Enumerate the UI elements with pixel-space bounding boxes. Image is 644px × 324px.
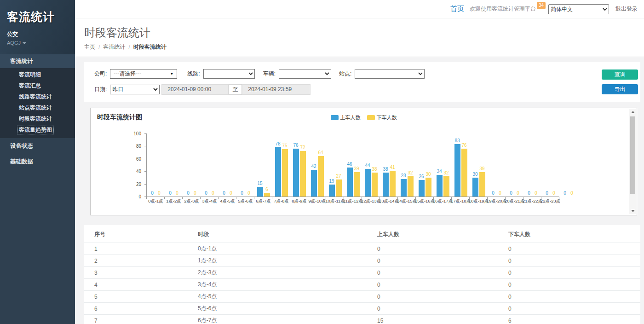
table-cell: 0点-1点 bbox=[198, 243, 377, 255]
scrollbar-thumb[interactable] bbox=[630, 116, 635, 194]
x-tick-label: 14点-15点 bbox=[397, 198, 417, 204]
table-cell: 2点-3点 bbox=[198, 267, 377, 279]
sidebar-item-base-data[interactable]: 基础数据 bbox=[0, 154, 75, 169]
bar-value-label: 44 bbox=[365, 163, 370, 168]
bar-value-label: 0 bbox=[158, 191, 161, 196]
bar-value-label: 0 bbox=[492, 191, 494, 196]
bar-value-label: 0 bbox=[151, 191, 154, 196]
x-tick-label: 6点-7点 bbox=[256, 198, 271, 204]
scrollbar-up-arrow[interactable] bbox=[629, 109, 636, 116]
chart-category: 0022点-23点 bbox=[541, 133, 559, 197]
bar[interactable] bbox=[454, 144, 460, 197]
chart-category: 443812点-13点 bbox=[362, 133, 380, 197]
sidebar-header: 客流统计 公交 AQGJ bbox=[0, 0, 75, 54]
bar[interactable] bbox=[365, 169, 371, 197]
bar[interactable] bbox=[461, 149, 467, 197]
chart-category: 0020点-21点 bbox=[506, 133, 523, 197]
bar[interactable] bbox=[408, 176, 414, 197]
bar[interactable] bbox=[318, 156, 324, 197]
bar[interactable] bbox=[282, 149, 288, 197]
sidebar-item-line-stats[interactable]: 线路客流统计 bbox=[0, 91, 75, 102]
bar[interactable] bbox=[347, 168, 353, 197]
language-select[interactable]: 简体中文 bbox=[548, 4, 609, 14]
table-cell: 15 bbox=[377, 315, 508, 324]
x-tick-label: 4点-5点 bbox=[220, 198, 235, 204]
bar[interactable] bbox=[336, 179, 342, 197]
sidebar-item-period-stats[interactable]: 时段客流统计 bbox=[0, 113, 75, 124]
logout-link[interactable]: 退出登录 bbox=[615, 5, 638, 13]
company-name: 公交 bbox=[7, 30, 68, 38]
bar-value-label: 39 bbox=[479, 166, 484, 172]
bar-value-label: 0 bbox=[212, 191, 214, 196]
bar[interactable] bbox=[257, 187, 263, 197]
bar-value-label: 0 bbox=[223, 191, 225, 196]
chart-category: 003点-4点 bbox=[201, 133, 218, 197]
bar[interactable] bbox=[443, 176, 449, 197]
legend-boarding[interactable]: 上车人数 bbox=[331, 114, 361, 121]
notification-badge[interactable]: 34 bbox=[537, 2, 546, 9]
account-dropdown[interactable]: AQGJ bbox=[7, 40, 68, 46]
breadcrumb-passenger-stats[interactable]: 客流统计 bbox=[103, 43, 125, 51]
table-cell: 5 bbox=[84, 291, 198, 303]
bar-value-label: 28 bbox=[401, 173, 406, 179]
main-area: 首页 欢迎使用客流统计管理平台 34 简体中文 退出登录 时段客流统计 主页 /… bbox=[75, 0, 644, 324]
chart-category: 42649点-10点 bbox=[308, 133, 326, 197]
bar-value-label: 78 bbox=[275, 141, 280, 147]
table-cell: 5点-6点 bbox=[198, 303, 377, 315]
table-header-row: 序号 时段 上车人数 下车人数 bbox=[84, 225, 640, 243]
bar[interactable] bbox=[390, 171, 396, 197]
data-table: 序号 时段 上车人数 下车人数 10点-1点0021点-2点0032点-3点00… bbox=[84, 225, 640, 324]
sidebar-item-station-stats[interactable]: 站点客流统计 bbox=[0, 102, 75, 113]
bar[interactable] bbox=[472, 178, 478, 197]
bar-value-label: 75 bbox=[282, 143, 287, 149]
sidebar-item-passenger-stats[interactable]: 客流统计 bbox=[0, 54, 75, 68]
chart-category: 263015点-16点 bbox=[416, 133, 434, 197]
scrollbar-down-arrow[interactable] bbox=[629, 208, 636, 214]
sidebar-item-trend-chart[interactable]: 客流量趋势图 bbox=[0, 124, 75, 135]
line-select[interactable] bbox=[203, 69, 255, 79]
bar[interactable] bbox=[419, 180, 425, 197]
bar[interactable] bbox=[372, 173, 378, 197]
chart-scrollbar[interactable] bbox=[629, 109, 636, 214]
table-cell: 0 bbox=[377, 291, 508, 303]
chart-category: 1566点-7点 bbox=[254, 133, 272, 197]
chart-category: 343216点-17点 bbox=[434, 133, 452, 197]
table-row: 21点-2点00 bbox=[84, 255, 640, 267]
bar[interactable] bbox=[479, 172, 485, 197]
breadcrumb-home[interactable]: 主页 bbox=[84, 43, 95, 51]
home-link[interactable]: 首页 bbox=[450, 5, 464, 13]
bar[interactable] bbox=[300, 151, 306, 197]
bar[interactable] bbox=[383, 173, 389, 197]
table-row: 10点-1点00 bbox=[84, 243, 640, 255]
bar-value-label: 76 bbox=[293, 143, 298, 148]
search-button[interactable]: 查询 bbox=[602, 69, 638, 80]
sidebar-item-device-status[interactable]: 设备状态 bbox=[0, 138, 75, 154]
company-select[interactable]: ---请选择---▼ bbox=[110, 69, 177, 79]
station-select[interactable] bbox=[355, 69, 425, 79]
bar[interactable] bbox=[275, 147, 281, 197]
y-tick-label: 60 bbox=[136, 156, 141, 162]
bar[interactable] bbox=[311, 170, 317, 197]
bar[interactable] bbox=[293, 149, 299, 197]
date-separator: 至 bbox=[229, 84, 242, 95]
bar[interactable] bbox=[329, 185, 335, 197]
table-row: 43点-4点00 bbox=[84, 279, 640, 291]
bar[interactable] bbox=[426, 178, 431, 197]
page-heading: 时段客流统计 主页 / 客流统计 / 时段客流统计 bbox=[75, 18, 644, 57]
bar-value-label: 0 bbox=[535, 191, 537, 196]
legend-alighting[interactable]: 下车人数 bbox=[367, 114, 397, 121]
date-label: 日期: bbox=[94, 86, 107, 93]
date-end-input[interactable] bbox=[242, 84, 310, 95]
sidebar-item-passenger-detail[interactable]: 客流明细 bbox=[0, 69, 75, 80]
bar[interactable] bbox=[437, 175, 443, 197]
sidebar-item-passenger-summary[interactable]: 客流汇总 bbox=[0, 80, 75, 91]
sidebar-submenu: 客流明细 客流汇总 线路客流统计 站点客流统计 时段客流统计 客流量趋势图 bbox=[0, 68, 75, 138]
vehicle-select[interactable] bbox=[279, 69, 331, 79]
bar[interactable] bbox=[264, 193, 270, 197]
bar[interactable] bbox=[354, 172, 360, 197]
date-start-input[interactable] bbox=[161, 84, 229, 95]
export-button[interactable]: 导出 bbox=[602, 84, 638, 94]
bar[interactable] bbox=[401, 179, 407, 197]
breadcrumb-current: 时段客流统计 bbox=[133, 43, 167, 51]
date-preset-select[interactable]: 昨日 bbox=[110, 85, 160, 94]
